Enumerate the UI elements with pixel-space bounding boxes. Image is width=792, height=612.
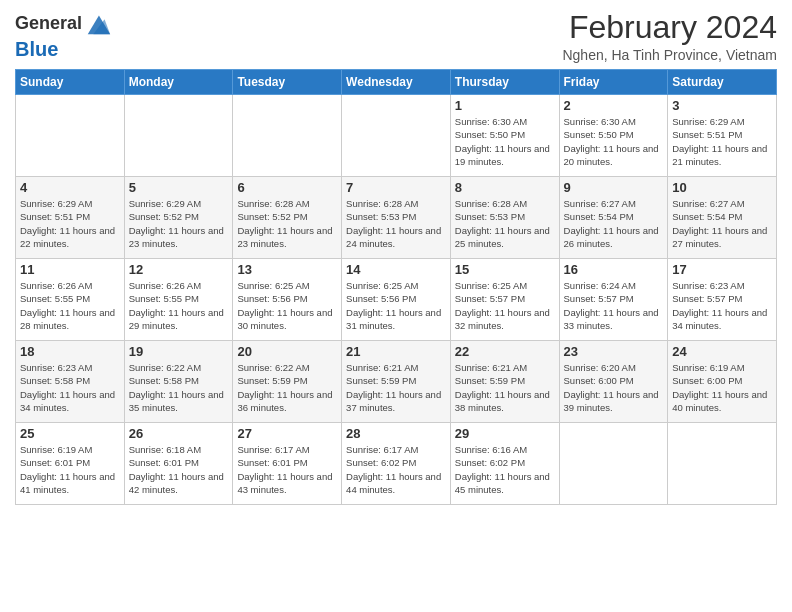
table-row: 4Sunrise: 6:29 AM Sunset: 5:51 PM Daylig… (16, 177, 125, 259)
day-number: 23 (564, 344, 664, 359)
table-row: 5Sunrise: 6:29 AM Sunset: 5:52 PM Daylig… (124, 177, 233, 259)
col-thursday: Thursday (450, 70, 559, 95)
calendar-week-3: 11Sunrise: 6:26 AM Sunset: 5:55 PM Dayli… (16, 259, 777, 341)
day-number: 3 (672, 98, 772, 113)
table-row (124, 95, 233, 177)
day-info: Sunrise: 6:29 AM Sunset: 5:52 PM Dayligh… (129, 197, 229, 250)
day-info: Sunrise: 6:26 AM Sunset: 5:55 PM Dayligh… (20, 279, 120, 332)
day-number: 15 (455, 262, 555, 277)
day-number: 1 (455, 98, 555, 113)
table-row: 2Sunrise: 6:30 AM Sunset: 5:50 PM Daylig… (559, 95, 668, 177)
col-monday: Monday (124, 70, 233, 95)
table-row: 10Sunrise: 6:27 AM Sunset: 5:54 PM Dayli… (668, 177, 777, 259)
day-number: 16 (564, 262, 664, 277)
day-number: 18 (20, 344, 120, 359)
day-info: Sunrise: 6:21 AM Sunset: 5:59 PM Dayligh… (455, 361, 555, 414)
day-number: 12 (129, 262, 229, 277)
day-number: 10 (672, 180, 772, 195)
day-number: 13 (237, 262, 337, 277)
day-info: Sunrise: 6:21 AM Sunset: 5:59 PM Dayligh… (346, 361, 446, 414)
table-row: 20Sunrise: 6:22 AM Sunset: 5:59 PM Dayli… (233, 341, 342, 423)
day-info: Sunrise: 6:23 AM Sunset: 5:58 PM Dayligh… (20, 361, 120, 414)
day-number: 25 (20, 426, 120, 441)
table-row: 28Sunrise: 6:17 AM Sunset: 6:02 PM Dayli… (342, 423, 451, 505)
table-row: 29Sunrise: 6:16 AM Sunset: 6:02 PM Dayli… (450, 423, 559, 505)
table-row: 25Sunrise: 6:19 AM Sunset: 6:01 PM Dayli… (16, 423, 125, 505)
day-number: 21 (346, 344, 446, 359)
page: General Blue February 2024 Nghen, Ha Tin… (0, 0, 792, 612)
day-info: Sunrise: 6:20 AM Sunset: 6:00 PM Dayligh… (564, 361, 664, 414)
table-row: 3Sunrise: 6:29 AM Sunset: 5:51 PM Daylig… (668, 95, 777, 177)
day-number: 20 (237, 344, 337, 359)
day-info: Sunrise: 6:27 AM Sunset: 5:54 PM Dayligh… (564, 197, 664, 250)
table-row (233, 95, 342, 177)
calendar-week-4: 18Sunrise: 6:23 AM Sunset: 5:58 PM Dayli… (16, 341, 777, 423)
day-info: Sunrise: 6:19 AM Sunset: 6:01 PM Dayligh… (20, 443, 120, 496)
day-info: Sunrise: 6:17 AM Sunset: 6:01 PM Dayligh… (237, 443, 337, 496)
day-info: Sunrise: 6:30 AM Sunset: 5:50 PM Dayligh… (455, 115, 555, 168)
logo-text: General (15, 14, 82, 34)
day-number: 19 (129, 344, 229, 359)
day-info: Sunrise: 6:26 AM Sunset: 5:55 PM Dayligh… (129, 279, 229, 332)
day-info: Sunrise: 6:27 AM Sunset: 5:54 PM Dayligh… (672, 197, 772, 250)
day-number: 8 (455, 180, 555, 195)
day-info: Sunrise: 6:23 AM Sunset: 5:57 PM Dayligh… (672, 279, 772, 332)
day-info: Sunrise: 6:22 AM Sunset: 5:59 PM Dayligh… (237, 361, 337, 414)
day-number: 28 (346, 426, 446, 441)
day-info: Sunrise: 6:28 AM Sunset: 5:53 PM Dayligh… (346, 197, 446, 250)
day-number: 7 (346, 180, 446, 195)
col-saturday: Saturday (668, 70, 777, 95)
logo-icon (84, 10, 112, 38)
table-row (342, 95, 451, 177)
table-row: 27Sunrise: 6:17 AM Sunset: 6:01 PM Dayli… (233, 423, 342, 505)
table-row: 24Sunrise: 6:19 AM Sunset: 6:00 PM Dayli… (668, 341, 777, 423)
table-row: 7Sunrise: 6:28 AM Sunset: 5:53 PM Daylig… (342, 177, 451, 259)
day-number: 11 (20, 262, 120, 277)
table-row: 9Sunrise: 6:27 AM Sunset: 5:54 PM Daylig… (559, 177, 668, 259)
location-subtitle: Nghen, Ha Tinh Province, Vietnam (562, 47, 777, 63)
day-info: Sunrise: 6:25 AM Sunset: 5:56 PM Dayligh… (346, 279, 446, 332)
day-info: Sunrise: 6:17 AM Sunset: 6:02 PM Dayligh… (346, 443, 446, 496)
calendar-week-5: 25Sunrise: 6:19 AM Sunset: 6:01 PM Dayli… (16, 423, 777, 505)
day-info: Sunrise: 6:30 AM Sunset: 5:50 PM Dayligh… (564, 115, 664, 168)
day-number: 26 (129, 426, 229, 441)
day-info: Sunrise: 6:18 AM Sunset: 6:01 PM Dayligh… (129, 443, 229, 496)
calendar-header-row: Sunday Monday Tuesday Wednesday Thursday… (16, 70, 777, 95)
day-info: Sunrise: 6:16 AM Sunset: 6:02 PM Dayligh… (455, 443, 555, 496)
day-info: Sunrise: 6:28 AM Sunset: 5:53 PM Dayligh… (455, 197, 555, 250)
day-number: 29 (455, 426, 555, 441)
table-row: 23Sunrise: 6:20 AM Sunset: 6:00 PM Dayli… (559, 341, 668, 423)
logo: General Blue (15, 10, 112, 60)
table-row: 13Sunrise: 6:25 AM Sunset: 5:56 PM Dayli… (233, 259, 342, 341)
day-info: Sunrise: 6:19 AM Sunset: 6:00 PM Dayligh… (672, 361, 772, 414)
table-row (16, 95, 125, 177)
table-row: 15Sunrise: 6:25 AM Sunset: 5:57 PM Dayli… (450, 259, 559, 341)
day-info: Sunrise: 6:24 AM Sunset: 5:57 PM Dayligh… (564, 279, 664, 332)
day-info: Sunrise: 6:28 AM Sunset: 5:52 PM Dayligh… (237, 197, 337, 250)
day-number: 24 (672, 344, 772, 359)
day-info: Sunrise: 6:25 AM Sunset: 5:56 PM Dayligh… (237, 279, 337, 332)
table-row: 14Sunrise: 6:25 AM Sunset: 5:56 PM Dayli… (342, 259, 451, 341)
title-area: February 2024 Nghen, Ha Tinh Province, V… (562, 10, 777, 63)
col-friday: Friday (559, 70, 668, 95)
table-row: 17Sunrise: 6:23 AM Sunset: 5:57 PM Dayli… (668, 259, 777, 341)
calendar-week-2: 4Sunrise: 6:29 AM Sunset: 5:51 PM Daylig… (16, 177, 777, 259)
table-row (559, 423, 668, 505)
table-row (668, 423, 777, 505)
col-sunday: Sunday (16, 70, 125, 95)
table-row: 8Sunrise: 6:28 AM Sunset: 5:53 PM Daylig… (450, 177, 559, 259)
day-number: 9 (564, 180, 664, 195)
day-number: 4 (20, 180, 120, 195)
table-row: 18Sunrise: 6:23 AM Sunset: 5:58 PM Dayli… (16, 341, 125, 423)
calendar-week-1: 1Sunrise: 6:30 AM Sunset: 5:50 PM Daylig… (16, 95, 777, 177)
table-row: 1Sunrise: 6:30 AM Sunset: 5:50 PM Daylig… (450, 95, 559, 177)
logo-blue-text: Blue (15, 38, 58, 60)
day-info: Sunrise: 6:25 AM Sunset: 5:57 PM Dayligh… (455, 279, 555, 332)
table-row: 12Sunrise: 6:26 AM Sunset: 5:55 PM Dayli… (124, 259, 233, 341)
table-row: 6Sunrise: 6:28 AM Sunset: 5:52 PM Daylig… (233, 177, 342, 259)
day-number: 22 (455, 344, 555, 359)
table-row: 19Sunrise: 6:22 AM Sunset: 5:58 PM Dayli… (124, 341, 233, 423)
day-number: 14 (346, 262, 446, 277)
day-number: 5 (129, 180, 229, 195)
day-info: Sunrise: 6:29 AM Sunset: 5:51 PM Dayligh… (20, 197, 120, 250)
